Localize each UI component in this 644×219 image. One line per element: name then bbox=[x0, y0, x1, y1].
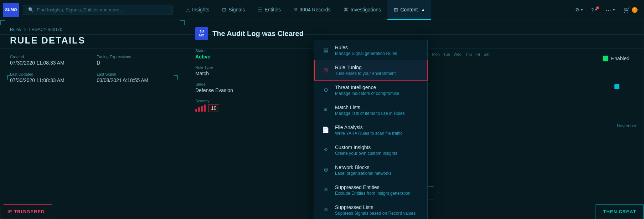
help-button[interactable]: ? ▾ bbox=[588, 5, 601, 15]
app-logo[interactable]: SUMO bbox=[3, 3, 19, 17]
severity-bars bbox=[195, 105, 206, 112]
rule-tuning-subtitle: Tune Rules to your environment bbox=[335, 71, 396, 76]
dropdown-item-match-lists[interactable]: ≡ Match Lists Manage lists of items to u… bbox=[314, 100, 427, 120]
content-dropdown-menu: ▤ Rules Manage Signal generation Rules ◎… bbox=[314, 40, 428, 219]
match-lists-icon: ≡ bbox=[321, 105, 330, 114]
created-value: 07/30/2020 11:08:33 AM bbox=[10, 60, 88, 66]
rule-title: The Audit Log was Cleared bbox=[212, 30, 304, 38]
corner-decoration bbox=[0, 20, 5, 25]
main-area: Rules > LEGACY-S00170 RULE DETAILS Creat… bbox=[0, 20, 644, 219]
then-create-button[interactable]: THEN CREAT bbox=[596, 204, 644, 219]
suppressed-lists-icon: ✕ bbox=[321, 205, 330, 214]
suppressed-entities-subtitle: Exclude Entities from Insight generation bbox=[335, 191, 410, 196]
created-label: Created bbox=[10, 55, 88, 59]
enabled-dot bbox=[603, 56, 608, 61]
nav-item-insights[interactable]: △ Insights bbox=[180, 0, 216, 20]
if-triggered-button[interactable]: IF TRIGGERED bbox=[0, 204, 52, 219]
settings-chevron: ▾ bbox=[581, 8, 583, 12]
dropdown-item-custom-insights[interactable]: ⚙ Custom Insights Create your own custom… bbox=[314, 140, 427, 160]
match-lists-subtitle: Manage lists of items to use in Rules bbox=[335, 111, 405, 116]
breadcrumb-sep: > bbox=[24, 27, 26, 32]
last-signal-label: Last Signal bbox=[97, 72, 175, 76]
rules-title: Rules bbox=[335, 45, 397, 50]
nav-item-entities[interactable]: ☰ Entities bbox=[251, 0, 287, 20]
dropdown-item-suppressed-entities[interactable]: ✕ Suppressed Entities Exclude Entities f… bbox=[314, 180, 427, 200]
breadcrumb-current: LEGACY-S00170 bbox=[29, 27, 62, 32]
search-bar[interactable]: 🔍 Find Insights, Signals, Entities and m… bbox=[23, 5, 172, 15]
severity-value: 10 bbox=[208, 104, 219, 112]
updated-label: Last Updated bbox=[10, 72, 88, 76]
dropdown-item-rule-tuning[interactable]: ◎ Rule Tuning Tune Rules to your environ… bbox=[314, 60, 427, 80]
severity-bar-1 bbox=[195, 109, 197, 112]
page-title: RULE DETAILS bbox=[10, 35, 175, 46]
rule-tuning-title: Rule Tuning bbox=[335, 65, 396, 70]
cart-icon: 🛒 bbox=[623, 6, 630, 13]
dropdown-item-file-analysis[interactable]: 📄 File Analysis Write YARA Rules to scan… bbox=[314, 120, 427, 140]
nav-item-signals[interactable]: ⊡ Signals bbox=[216, 0, 251, 20]
rules-icon: ▤ bbox=[321, 45, 330, 54]
file-analysis-subtitle: Write YARA Rules to scan file traffic bbox=[335, 131, 402, 136]
settings-icon: ⚙ bbox=[575, 7, 579, 12]
suppressed-lists-subtitle: Suppress Signals based on Record values bbox=[335, 211, 416, 216]
nav-item-content[interactable]: ⊞ Content ▲ bbox=[387, 0, 431, 20]
cart-button[interactable]: 🛒 1 bbox=[620, 4, 641, 15]
tuning-label: Tuning Expressions bbox=[97, 55, 175, 59]
help-badge bbox=[596, 6, 599, 9]
custom-insights-title: Custom Insights bbox=[335, 144, 397, 150]
nav-item-records[interactable]: 01 9004 Records bbox=[287, 0, 337, 20]
threat-intel-title: Threat Intelligence bbox=[335, 85, 399, 90]
suppressed-entities-icon: ✕ bbox=[321, 185, 330, 194]
updated-value: 07/30/2020 11:08:33 AM bbox=[10, 77, 88, 83]
dropdown-item-rules[interactable]: ▤ Rules Manage Signal generation Rules bbox=[314, 40, 427, 60]
dropdown-item-suppressed-lists[interactable]: ✕ Suppressed Lists Suppress Signals base… bbox=[314, 200, 427, 219]
search-placeholder: Find Insights, Signals, Entities and mor… bbox=[37, 7, 123, 12]
meta-updated: Last Updated 07/30/2020 11:08:33 AM bbox=[10, 72, 88, 83]
dropdown-item-network-blocks[interactable]: ⊕ Network Blocks Label organizational ne… bbox=[314, 160, 427, 180]
match-lists-title: Match Lists bbox=[335, 105, 405, 110]
threat-intel-icon: ⊙ bbox=[321, 85, 330, 94]
calendar-dot bbox=[614, 84, 619, 89]
enabled-badge: Enabled bbox=[603, 56, 629, 61]
left-panel: Rules > LEGACY-S00170 RULE DETAILS Creat… bbox=[0, 20, 185, 219]
content-chevron-icon: ▲ bbox=[421, 7, 425, 11]
network-blocks-subtitle: Label organizational networks bbox=[335, 171, 392, 176]
apps-button[interactable]: ⋯ ▾ bbox=[602, 4, 618, 16]
nav-item-investigations[interactable]: ⌘ Investigations bbox=[337, 0, 388, 20]
nav-items: △ Insights ⊡ Signals ☰ Entities 01 9004 … bbox=[180, 0, 572, 20]
bottom-buttons: IF TRIGGERED bbox=[0, 204, 185, 219]
network-blocks-icon: ⊕ bbox=[321, 165, 330, 174]
corner-decoration bbox=[174, 75, 178, 80]
severity-bar-4 bbox=[204, 105, 206, 112]
file-analysis-icon: 📄 bbox=[321, 125, 330, 134]
insights-icon: △ bbox=[186, 7, 190, 12]
nav-right: ⚙ ▾ ? ▾ ⋯ ▾ 🛒 1 bbox=[572, 4, 641, 16]
meta-grid: Created 07/30/2020 11:08:33 AM Tuning Ex… bbox=[10, 55, 175, 83]
investigations-icon: ⌘ bbox=[344, 7, 349, 12]
apps-chevron: ▾ bbox=[613, 8, 615, 12]
file-analysis-title: File Analysis bbox=[335, 124, 402, 130]
dropdown-item-threat-intel[interactable]: ⊙ Threat Intelligence Manage indicators … bbox=[314, 80, 427, 100]
help-icon: ? bbox=[591, 7, 594, 12]
custom-insights-subtitle: Create your own custom Insights bbox=[335, 151, 397, 156]
meta-last-signal: Last Signal 03/08/2021 6:18:55 AM bbox=[97, 72, 175, 83]
content-icon: ⊞ bbox=[394, 7, 398, 12]
rule-header: SUMO The Audit Log was Cleared bbox=[195, 27, 634, 40]
severity-bar-3 bbox=[201, 106, 203, 112]
rule-sumo-icon: SUMO bbox=[195, 27, 208, 40]
suppressed-entities-title: Suppressed Entities bbox=[335, 184, 410, 190]
meta-created: Created 07/30/2020 11:08:33 AM bbox=[10, 55, 88, 66]
breadcrumb-parent[interactable]: Rules bbox=[10, 27, 21, 32]
network-blocks-title: Network Blocks bbox=[335, 164, 392, 170]
settings-button[interactable]: ⚙ ▾ bbox=[572, 5, 586, 15]
suppressed-lists-title: Suppressed Lists bbox=[335, 204, 416, 210]
meta-tuning: Tuning Expressions 0 bbox=[97, 55, 175, 66]
apps-icon: ⋯ bbox=[606, 6, 612, 14]
threat-intel-subtitle: Manage indicators of compromise bbox=[335, 91, 399, 96]
corner-decoration bbox=[180, 20, 185, 25]
entities-icon: ☰ bbox=[258, 7, 262, 12]
last-signal-value: 03/08/2021 6:18:55 AM bbox=[97, 77, 175, 83]
rules-subtitle: Manage Signal generation Rules bbox=[335, 51, 397, 56]
month-label: November bbox=[617, 123, 637, 128]
calendar-grid-row bbox=[422, 69, 634, 73]
signals-icon: ⊡ bbox=[222, 7, 226, 12]
